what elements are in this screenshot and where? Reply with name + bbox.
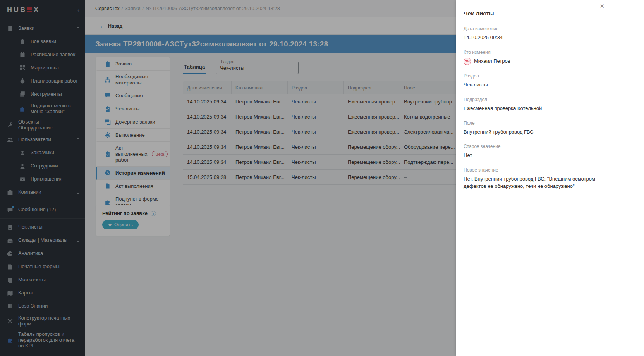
drawer-field: Новое значениеНет, Внутренний трубопрово… <box>464 167 601 190</box>
drawer-field-value: Ежесменная проверка Котельной <box>464 105 601 112</box>
drawer-field-text: Нет <box>464 152 472 159</box>
drawer-field-value: Чек-листы <box>464 81 601 89</box>
app-root: HUB X ‹ ЗаявкиВсе заявкиРасписание заяво… <box>0 0 644 356</box>
drawer-field-value: Нет <box>464 152 601 159</box>
drawer-field: Дата изменения14.10.2025 09:34 <box>464 26 601 41</box>
details-drawer: ✕ Чек-листы Дата изменения14.10.2025 09:… <box>456 0 644 356</box>
drawer-field-label: Дата изменения <box>464 26 601 31</box>
drawer-field-label: Поле <box>464 120 601 126</box>
drawer-field-label: Новое значение <box>464 167 601 173</box>
drawer-field-text: Ежесменная проверка Котельной <box>464 105 542 112</box>
drawer-field-label: Кто изменил <box>464 50 601 55</box>
drawer-field-value: ПММихаил Петров <box>464 58 601 65</box>
drawer-field: ПолеВнутренний трубопровод ГВС <box>464 120 601 136</box>
drawer-field: Старое значениеНет <box>464 144 601 159</box>
drawer-field: ПодразделЕжесменная проверка Котельной <box>464 97 601 112</box>
drawer-field-value: 14.10.2025 09:34 <box>464 34 601 41</box>
drawer-fields: Дата изменения14.10.2025 09:34Кто измени… <box>464 26 601 190</box>
drawer-field-label: Раздел <box>464 73 601 79</box>
drawer-field-text: Внутренний трубопровод ГВС <box>464 129 534 136</box>
close-icon[interactable]: ✕ <box>599 2 605 10</box>
drawer-field-value: Нет, Внутренний трубопровод ГВС: "Внешни… <box>464 175 601 190</box>
drawer-field-value: Внутренний трубопровод ГВС <box>464 129 601 136</box>
drawer-field-text: Нет, Внутренний трубопровод ГВС: "Внешни… <box>464 175 601 190</box>
drawer-field: РазделЧек-листы <box>464 73 601 89</box>
drawer-title: Чек-листы <box>464 10 601 17</box>
drawer-field-text: Чек-листы <box>464 81 488 89</box>
user-avatar: ПМ <box>464 58 471 65</box>
drawer-field-text: 14.10.2025 09:34 <box>464 34 503 41</box>
drawer-field: Кто изменилПММихаил Петров <box>464 50 601 65</box>
drawer-field-label: Подраздел <box>464 97 601 102</box>
drawer-field-text: Михаил Петров <box>474 58 510 65</box>
drawer-field-label: Старое значение <box>464 144 601 149</box>
